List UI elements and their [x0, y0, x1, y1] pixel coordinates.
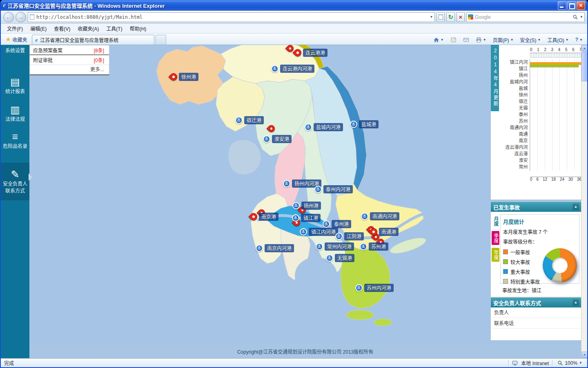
port-marker[interactable]: 南京港: [250, 213, 278, 221]
port-anchor-icon: [305, 123, 312, 131]
notice-row[interactable]: 附证审批 [0条]: [30, 55, 109, 65]
contact-row[interactable]: 联系电话: [491, 318, 581, 329]
port-bar-chart: 01234567 镇江内河镇江扬州盐城内河盐城徐州宿迁无锡泰州苏州南通内河南通南…: [500, 47, 580, 182]
port-marker[interactable]: 常州内河港: [316, 242, 354, 251]
port-marker[interactable]: 泰州内河港: [314, 185, 353, 193]
sidebar-item-label: 法律法规: [1, 116, 29, 123]
safety-menu-label: 安全(S): [520, 36, 537, 43]
tab-main[interactable]: e 江苏省港口安全监管与应急管理系统: [32, 35, 154, 45]
page-menu-button[interactable]: 页面(P)▼: [490, 35, 517, 44]
vertical-scrollbar[interactable]: ▲ ▼: [581, 45, 587, 358]
read-mail-button[interactable]: [460, 35, 472, 44]
map-area[interactable]: 连云港港 连云港内河港 徐州港 宿迁港: [29, 45, 581, 358]
port-label: 盐城港: [359, 120, 379, 128]
forward-button[interactable]: →: [16, 12, 26, 22]
safety-menu-button[interactable]: 安全(S)▼: [517, 35, 544, 44]
port-marker[interactable]: 淮安港: [263, 135, 292, 143]
sidebar-item[interactable]: 系统设置: [1, 46, 29, 56]
port-label: 南通港: [379, 228, 399, 236]
scroll-down-button[interactable]: ▼: [581, 352, 588, 358]
axis-tick-label: 0: [530, 47, 532, 52]
chart-category-label: 宿迁: [500, 98, 530, 105]
legend-label: 一般事故: [510, 249, 530, 256]
menu-item[interactable]: 工具(T): [102, 24, 126, 33]
port-marker[interactable]: 宿迁港: [235, 116, 264, 124]
new-tab-button[interactable]: [156, 35, 166, 45]
port-marker[interactable]: 南京内河港: [256, 244, 294, 252]
close-button[interactable]: [577, 1, 585, 10]
menu-item[interactable]: 查看(V): [50, 24, 74, 33]
menu-item[interactable]: 收藏夹(A): [74, 24, 102, 33]
port-marker[interactable]: 南通港: [370, 228, 399, 236]
search-dropdown-icon[interactable]: ▼: [580, 15, 583, 19]
collapse-icon[interactable]: ▲: [572, 204, 579, 210]
sidebar-item-icon: ≡: [1, 130, 29, 143]
port-marker[interactable]: 无锡港: [326, 254, 354, 262]
collapse-icon[interactable]: ▲: [572, 299, 579, 306]
scroll-up-button[interactable]: ▲: [581, 45, 588, 52]
accidents-tab[interactable]: 月度: [492, 214, 499, 228]
zoom-control[interactable]: 100% ▼: [556, 360, 584, 366]
accidents-panel-header[interactable]: 已发生事故 ▲: [491, 202, 581, 212]
sidebar-item[interactable]: ▥ 法律法规: [1, 101, 29, 125]
notice-count: [8条]: [94, 47, 104, 54]
contacts-panel-header[interactable]: 安全负责人联系方式 ▲: [491, 298, 581, 307]
search-icon[interactable]: [572, 14, 578, 20]
axis-tick-label: 0: [530, 177, 532, 182]
print-button[interactable]: ▼: [473, 35, 489, 44]
compatibility-view-button[interactable]: [437, 12, 445, 22]
minimize-button[interactable]: [558, 1, 566, 10]
search-box[interactable]: ▼: [466, 12, 585, 22]
port-marker[interactable]: 苏州内河港: [355, 284, 394, 292]
address-dropdown-icon[interactable]: ▼: [430, 15, 433, 19]
sidebar-item[interactable]: ▤ 统计报表: [1, 74, 29, 97]
title-bar[interactable]: e 江苏省港口安全监管与应急管理系统 - Windows Internet Ex…: [1, 0, 587, 11]
menu-item[interactable]: 编辑(E): [27, 24, 50, 33]
sidebar-item[interactable]: ≡ 危险品名录: [1, 128, 29, 152]
address-bar[interactable]: http://localhost:8080/yjpt/Main.html ▼: [28, 12, 435, 22]
port-anchor-icon: [292, 202, 300, 209]
sidebar-item[interactable]: ✎ 安全负责人联系方式: [1, 163, 29, 200]
port-marker[interactable]: 盐城港: [350, 120, 379, 128]
help-button[interactable]: ?▼: [572, 35, 586, 44]
search-input[interactable]: [475, 14, 571, 20]
port-label: 无锡港: [335, 254, 354, 262]
accidents-tab[interactable]: 年度: [492, 248, 499, 262]
port-marker[interactable]: 镇江港: [292, 214, 321, 222]
chart-category-label: 镇江: [500, 65, 530, 72]
accidents-tab[interactable]: 季度: [492, 231, 499, 245]
port-marker[interactable]: 苏州港: [360, 242, 388, 251]
notice-row[interactable]: 应急预案备案 [8条]: [30, 45, 109, 55]
restore-button[interactable]: [567, 1, 576, 10]
notice-more-link[interactable]: 更多...: [30, 65, 109, 74]
chart-plot: [530, 59, 580, 171]
tools-menu-button[interactable]: 工具(O)▼: [544, 35, 571, 44]
port-marker[interactable]: 连云港港: [294, 49, 327, 57]
url-text[interactable]: http://localhost:8080/yjpt/Main.html: [36, 14, 428, 20]
menu-item[interactable]: 文件(F): [3, 24, 27, 33]
menu-item[interactable]: 帮助(H): [126, 24, 150, 33]
port-marker[interactable]: 泰州港: [323, 220, 351, 228]
stop-button[interactable]: ×: [457, 12, 465, 22]
favorites-button[interactable]: ★ 收藏夹: [2, 35, 31, 44]
scrollbar-thumb[interactable]: [581, 52, 588, 81]
port-marker[interactable]: 连云港内河港: [271, 65, 314, 73]
zoom-dropdown-icon[interactable]: ▼: [579, 361, 582, 365]
home-button[interactable]: ▼: [430, 35, 447, 44]
port-marker[interactable]: 徐州港: [170, 73, 198, 81]
port-marker[interactable]: 南通内河港: [361, 212, 399, 220]
contact-row[interactable]: 负责人: [491, 307, 581, 318]
port-label: 扬州港: [301, 202, 321, 210]
port-marker[interactable]: 盐城内河港: [305, 123, 343, 131]
back-button[interactable]: ←: [3, 12, 14, 22]
feeds-button[interactable]: [448, 35, 459, 44]
rss-icon: [450, 37, 457, 43]
refresh-button[interactable]: ↻: [446, 12, 455, 22]
chart-category-label: 徐州: [500, 92, 530, 98]
chart-category-label: 南通: [500, 131, 530, 137]
page-icon: [30, 14, 34, 20]
port-marker[interactable]: 镇江内河港: [300, 228, 338, 236]
page-footer: Copyright@江苏省交通规划设计院股份有限公司 2013版权所有: [29, 345, 581, 358]
port-marker[interactable]: 扬州港: [292, 202, 321, 210]
port-marker[interactable]: 江阴港: [335, 232, 364, 240]
